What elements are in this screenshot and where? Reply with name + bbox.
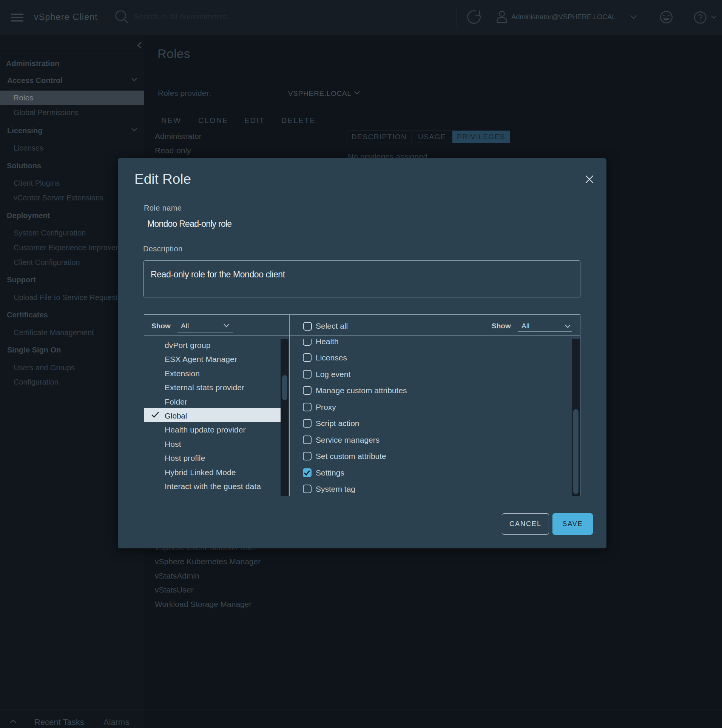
svg-text:?: ?: [698, 13, 703, 23]
